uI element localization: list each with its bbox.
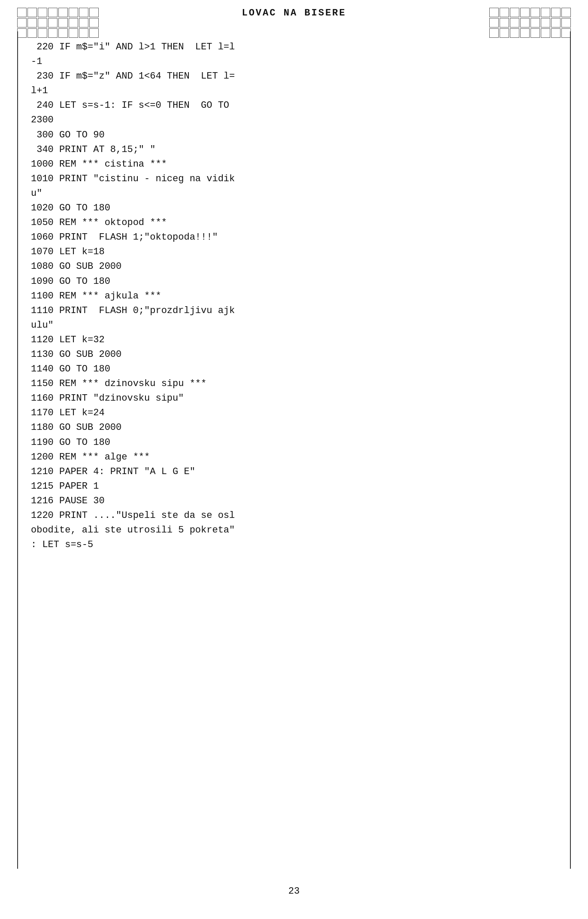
content-area: 220 IF m$="i" AND l>1 THEN LET l=l -1 23… xyxy=(17,31,571,869)
grid-cell xyxy=(541,18,550,27)
grid-cell xyxy=(27,8,37,17)
grid-cell xyxy=(520,8,530,17)
grid-cell xyxy=(79,18,88,27)
grid-cell xyxy=(69,8,78,17)
grid-cell xyxy=(541,8,550,17)
grid-cell xyxy=(551,8,561,17)
grid-cell xyxy=(489,8,499,17)
grid-cell xyxy=(27,18,37,27)
grid-cell xyxy=(520,18,530,27)
grid-cell xyxy=(89,8,99,17)
grid-cell xyxy=(38,18,47,27)
grid-cell xyxy=(530,18,540,27)
page: LOVAC NA BISERE xyxy=(0,0,588,919)
grid-cell xyxy=(58,8,68,17)
grid-cell xyxy=(17,18,27,27)
grid-cell xyxy=(530,8,540,17)
grid-cell xyxy=(17,8,27,17)
grid-cell xyxy=(48,18,58,27)
grid-cell xyxy=(69,18,78,27)
grid-cell xyxy=(551,18,561,27)
grid-cell xyxy=(510,8,519,17)
grid-cell xyxy=(561,8,571,17)
grid-cell xyxy=(48,8,58,17)
header-title: LOVAC NA BISERE xyxy=(242,8,346,18)
grid-cell xyxy=(79,8,88,17)
grid-cell xyxy=(561,18,571,27)
grid-cell xyxy=(89,18,99,27)
grid-cell xyxy=(500,18,509,27)
grid-cell xyxy=(38,8,47,17)
header: LOVAC NA BISERE xyxy=(0,0,588,23)
code-block: 220 IF m$="i" AND l>1 THEN LET l=l -1 23… xyxy=(31,40,557,552)
page-number: 23 xyxy=(0,886,588,897)
grid-cell xyxy=(58,18,68,27)
grid-cell xyxy=(489,18,499,27)
grid-cell xyxy=(500,8,509,17)
grid-cell xyxy=(510,18,519,27)
